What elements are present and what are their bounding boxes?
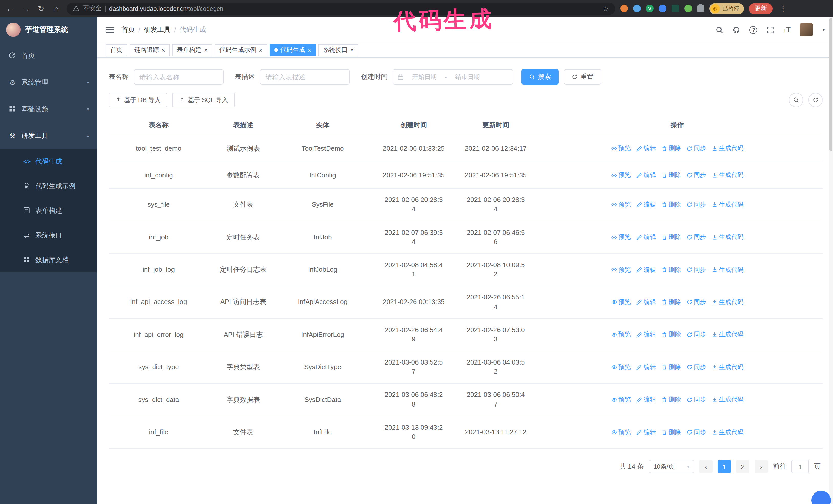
address-bar[interactable]: 不安全 dashboard.yudao.iocoder.cn/tool/code…	[67, 2, 615, 15]
browser-back-icon[interactable]: ←	[5, 4, 15, 13]
sync-link[interactable]: 同步	[686, 171, 706, 180]
close-icon[interactable]: ×	[308, 47, 311, 53]
profile-chip[interactable]: ☺ 已暂停	[710, 3, 744, 14]
edit-link[interactable]: 编辑	[636, 298, 656, 307]
extension-icon-5[interactable]	[671, 5, 679, 12]
extension-icon-2[interactable]	[633, 5, 641, 12]
delete-link[interactable]: 删除	[661, 298, 681, 307]
delete-link[interactable]: 删除	[661, 363, 681, 372]
refresh-table-button[interactable]	[808, 93, 823, 107]
sidebar-item-home[interactable]: 首页	[0, 43, 97, 69]
generate-code-link[interactable]: 生成代码	[711, 200, 743, 209]
font-size-icon[interactable]: TT	[784, 25, 791, 34]
start-date-input[interactable]	[406, 73, 443, 80]
sidebar-item-infra[interactable]: 基础设施 ▾	[0, 96, 97, 123]
user-avatar[interactable]	[800, 23, 813, 37]
preview-link[interactable]: 预览	[611, 298, 631, 307]
preview-link[interactable]: 预览	[611, 171, 631, 180]
tab-codegen[interactable]: 代码生成×	[270, 44, 316, 56]
breadcrumb-home[interactable]: 首页	[121, 25, 135, 34]
delete-link[interactable]: 删除	[661, 428, 681, 437]
extensions-puzzle-icon[interactable]	[697, 5, 704, 12]
tab-form-builder[interactable]: 表单构建×	[172, 44, 212, 56]
sidebar-item-codegen-example[interactable]: 代码生成示例	[0, 174, 97, 198]
page-size-select[interactable]: 10条/页 ▾	[649, 460, 694, 473]
sidebar-item-codegen[interactable]: </> 代码生成	[0, 149, 97, 174]
toggle-search-button[interactable]	[789, 93, 803, 107]
search-button[interactable]: 搜索	[521, 69, 559, 85]
page-button-2[interactable]: 2	[736, 460, 749, 473]
page-button-1[interactable]: 1	[718, 460, 731, 473]
sync-link[interactable]: 同步	[686, 363, 706, 372]
generate-code-link[interactable]: 生成代码	[711, 233, 743, 242]
delete-link[interactable]: 删除	[661, 331, 681, 339]
breadcrumb-section[interactable]: 研发工具	[144, 25, 170, 34]
sidebar-item-form-builder[interactable]: 表单构建	[0, 198, 97, 223]
generate-code-link[interactable]: 生成代码	[711, 265, 743, 274]
preview-link[interactable]: 预览	[611, 200, 631, 209]
reset-button[interactable]: 重置	[564, 69, 601, 85]
import-db-button[interactable]: 基于 DB 导入	[109, 93, 167, 107]
github-icon[interactable]	[733, 26, 740, 33]
browser-home-icon[interactable]: ⌂	[51, 4, 62, 13]
hamburger-icon[interactable]	[105, 27, 114, 33]
fullscreen-icon[interactable]	[767, 26, 774, 33]
bookmark-star-icon[interactable]: ☆	[602, 4, 609, 13]
date-range-picker[interactable]: -	[392, 69, 513, 85]
browser-reload-icon[interactable]: ↻	[36, 4, 46, 13]
generate-code-link[interactable]: 生成代码	[711, 298, 743, 307]
sync-link[interactable]: 同步	[686, 200, 706, 209]
browser-menu-icon[interactable]: ⋮	[778, 4, 788, 13]
extension-icon-3[interactable]: V	[646, 5, 653, 12]
edit-link[interactable]: 编辑	[636, 331, 656, 339]
preview-link[interactable]: 预览	[611, 331, 631, 339]
close-icon[interactable]: ×	[259, 47, 262, 53]
generate-code-link[interactable]: 生成代码	[711, 144, 743, 153]
edit-link[interactable]: 编辑	[636, 233, 656, 242]
delete-link[interactable]: 删除	[661, 233, 681, 242]
edit-link[interactable]: 编辑	[636, 428, 656, 437]
preview-link[interactable]: 预览	[611, 265, 631, 274]
edit-link[interactable]: 编辑	[636, 395, 656, 404]
preview-link[interactable]: 预览	[611, 395, 631, 404]
delete-link[interactable]: 删除	[661, 265, 681, 274]
edit-link[interactable]: 编辑	[636, 200, 656, 209]
edit-link[interactable]: 编辑	[636, 144, 656, 153]
help-icon[interactable]: ?	[750, 26, 757, 33]
sidebar-item-devtools[interactable]: ⚒ 研发工具 ▴	[0, 123, 97, 149]
close-icon[interactable]: ×	[162, 47, 165, 53]
sync-link[interactable]: 同步	[686, 265, 706, 274]
preview-link[interactable]: 预览	[611, 233, 631, 242]
import-sql-button[interactable]: 基于 SQL 导入	[172, 93, 235, 107]
sidebar-item-system[interactable]: ⚙ 系统管理 ▾	[0, 69, 97, 96]
sidebar-item-db-doc[interactable]: 数据库文档	[0, 248, 97, 272]
delete-link[interactable]: 删除	[661, 395, 681, 404]
edit-link[interactable]: 编辑	[636, 265, 656, 274]
browser-update-button[interactable]: 更新	[749, 3, 772, 14]
table-desc-input[interactable]	[260, 69, 350, 85]
close-icon[interactable]: ×	[204, 47, 208, 53]
search-icon[interactable]	[716, 26, 723, 33]
preview-link[interactable]: 预览	[611, 144, 631, 153]
sync-link[interactable]: 同步	[686, 144, 706, 153]
close-icon[interactable]: ×	[350, 47, 354, 53]
app-logo[interactable]: 芋道管理系统	[0, 17, 97, 43]
scrollbar-thumb[interactable]	[829, 18, 832, 151]
edit-link[interactable]: 编辑	[636, 171, 656, 180]
sync-link[interactable]: 同步	[686, 298, 706, 307]
generate-code-link[interactable]: 生成代码	[711, 428, 743, 437]
delete-link[interactable]: 删除	[661, 144, 681, 153]
extension-icon-4[interactable]	[659, 5, 666, 12]
avatar-caret-icon[interactable]: ▾	[823, 27, 825, 32]
tab-system-api[interactable]: 系统接口×	[318, 44, 358, 56]
generate-code-link[interactable]: 生成代码	[711, 171, 743, 180]
extension-icon-1[interactable]	[620, 5, 628, 12]
generate-code-link[interactable]: 生成代码	[711, 395, 743, 404]
tab-tracing[interactable]: 链路追踪×	[130, 44, 170, 56]
generate-code-link[interactable]: 生成代码	[711, 331, 743, 339]
browser-forward-icon[interactable]: →	[21, 4, 31, 13]
preview-link[interactable]: 预览	[611, 428, 631, 437]
sync-link[interactable]: 同步	[686, 233, 706, 242]
sync-link[interactable]: 同步	[686, 395, 706, 404]
sync-link[interactable]: 同步	[686, 428, 706, 437]
